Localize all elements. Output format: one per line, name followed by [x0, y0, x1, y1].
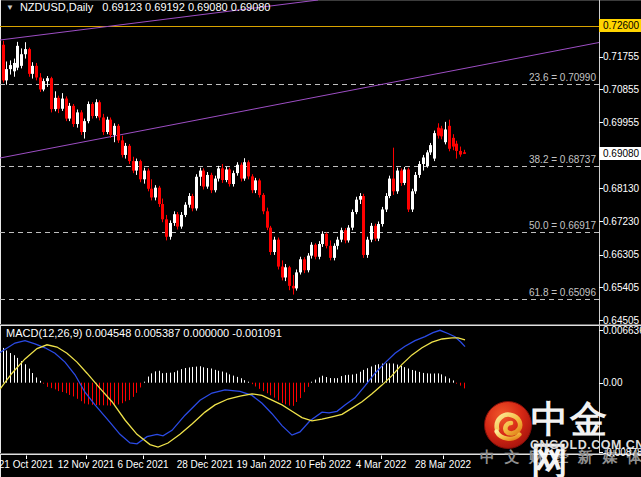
candle-body-bull [299, 259, 302, 272]
chevron-down-icon[interactable]: ▼ [6, 3, 14, 12]
candle-body-bear [210, 175, 213, 190]
candle-body-bear [109, 120, 112, 135]
candle-body-bull [396, 171, 399, 192]
candle-body-bear [132, 161, 135, 170]
candle-body-bull [340, 230, 343, 239]
candle-body-bull [355, 200, 358, 212]
candle-body-bear [344, 230, 347, 240]
candle-body-bear [191, 196, 194, 208]
candle-body-bull [169, 223, 172, 237]
candle-body-bull [444, 129, 447, 142]
candle-body-bull [359, 196, 362, 200]
candle-body-bear [80, 112, 83, 132]
candle-body-bear [147, 171, 150, 189]
candle-body-bull [377, 224, 380, 239]
candle-body-bull [385, 196, 388, 209]
candle-body-bear [117, 126, 120, 141]
candle-body-bull [154, 188, 157, 198]
candle-body-bull [295, 272, 298, 288]
candle-body-bear [374, 226, 377, 239]
candle-body-bear [251, 176, 254, 190]
candle-body-bull [333, 246, 336, 258]
candle-body-bear [50, 78, 53, 109]
candle-body-bear [448, 126, 451, 149]
candle-body-bear [2, 45, 5, 81]
candle-body-bear [150, 189, 153, 198]
candle-body-bull [426, 152, 429, 166]
candle-body-bear [400, 171, 403, 183]
price-axis-label: 0.65405 [603, 281, 639, 294]
candle-body-bear [165, 219, 168, 236]
candle-body-bear [266, 211, 269, 227]
date-axis-label: 28 Mar 2022 [406, 459, 480, 470]
candle-body-bear [407, 169, 410, 209]
candle-body-bear [91, 104, 94, 116]
candle-body-bull [95, 102, 98, 116]
candle-body-bull [403, 169, 406, 182]
candle-body-bear [437, 128, 440, 136]
candle-body-bull [113, 126, 116, 135]
candle-body-bull [173, 214, 176, 223]
candle-body-bull [243, 162, 246, 178]
candle-body-bear [240, 165, 243, 179]
candle-body-bear [314, 245, 317, 257]
price-axis-label: 0.68130 [603, 182, 639, 195]
candle-body-bull [414, 175, 417, 191]
hline-price-label: 0.72600 [599, 19, 641, 32]
macd-axis-label: 0.00 [603, 376, 622, 389]
candle-body-bull [422, 157, 425, 164]
candle-body-bull [9, 65, 12, 69]
candle-body-bear [247, 162, 250, 176]
fib-level-label: 23.6 = 0.70990 [529, 72, 596, 84]
macd-axis-label: 0.006636 [603, 324, 641, 337]
candle-body-bull [310, 245, 313, 256]
candle-body-bear [463, 152, 466, 154]
candle-body-bull [307, 256, 310, 271]
candle-body-bull [370, 226, 373, 240]
candle-body-bull [135, 161, 138, 170]
candle-body-bear [228, 169, 231, 184]
fib-level-label: 50.0 = 0.66917 [529, 220, 596, 232]
fib-level-label: 61.8 = 0.65096 [529, 287, 596, 299]
candle-body-bear [455, 144, 458, 151]
candle-body-bull [199, 171, 202, 177]
candle-body-bull [236, 165, 239, 173]
candle-body-bear [65, 99, 68, 119]
candle-body-bear [329, 246, 332, 258]
candle-body-bear [277, 240, 280, 267]
candle-body-bear [258, 180, 261, 195]
candle-body-bull [225, 169, 228, 180]
candle-body-bull [124, 146, 127, 155]
candle-body-bear [72, 106, 75, 124]
candle-body-bear [262, 195, 265, 211]
candle-body-bear [102, 117, 105, 132]
candle-body-bear [158, 188, 161, 204]
candle-body-bull [232, 173, 235, 184]
candle-body-bull [13, 63, 16, 71]
candle-body-bull [366, 240, 369, 255]
candle-body-bull [381, 209, 384, 224]
candle-body-bull [20, 54, 23, 66]
candle-body-bear [269, 228, 272, 252]
price-axis-label: 0.66305 [603, 248, 639, 261]
candle-body-bull [83, 121, 86, 132]
candle-body-bear [28, 49, 31, 74]
candle-body-bear [139, 161, 142, 179]
price-axis-label: 0.70855 [603, 83, 639, 96]
candle-body-bull [42, 81, 45, 89]
fib-level-label: 38.2 = 0.68737 [529, 154, 596, 166]
candle-body-bear [362, 196, 365, 255]
candle-body-bull [68, 106, 71, 119]
candle-body-bull [143, 171, 146, 180]
candle-body-bear [57, 98, 60, 109]
candle-body-bear [128, 146, 131, 161]
candle-body-bull [411, 191, 414, 209]
candle-body-bull [24, 49, 27, 54]
candle-body-bull [351, 212, 354, 228]
cngold-logo-icon [483, 400, 535, 452]
candle-body-bear [452, 138, 455, 147]
candle-body-bull [76, 112, 79, 124]
candle-body-bear [121, 140, 124, 155]
candle-body-bull [31, 66, 34, 74]
candle-body-bull [433, 133, 436, 158]
